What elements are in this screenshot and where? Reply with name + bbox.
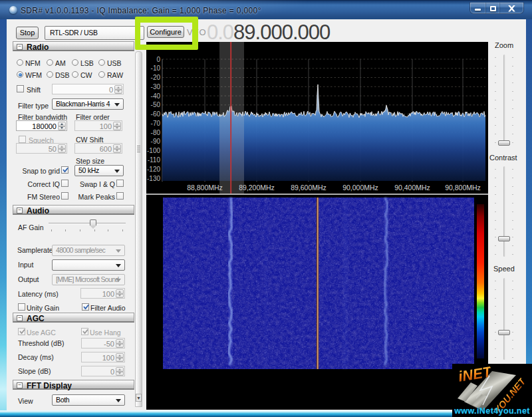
svg-text:-70: -70 (151, 120, 161, 127)
svg-text:-110: -110 (148, 156, 161, 164)
svg-text:-60: -60 (151, 110, 161, 118)
svg-text:90,000MHz: 90,000MHz (342, 184, 378, 192)
svg-text:-80: -80 (151, 129, 161, 136)
svg-text:-130: -130 (147, 175, 160, 182)
svg-text:-100: -100 (147, 147, 160, 154)
svg-text:90,800MHz: 90,800MHz (445, 184, 481, 192)
svg-text:-90: -90 (151, 138, 161, 145)
svg-text:-30: -30 (151, 83, 161, 90)
svg-text:88,800MHz: 88,800MHz (187, 184, 223, 192)
svg-text:0: 0 (156, 56, 160, 63)
svg-text:-40: -40 (151, 92, 161, 100)
svg-text:-50: -50 (151, 101, 161, 108)
svg-text:-120: -120 (147, 166, 160, 173)
svg-text:89,200MHz: 89,200MHz (239, 184, 275, 192)
svg-text:-10: -10 (151, 65, 161, 72)
svg-text:89,600MHz: 89,600MHz (291, 184, 327, 192)
svg-text:-20: -20 (151, 74, 161, 81)
svg-text:90,400MHz: 90,400MHz (394, 184, 430, 192)
